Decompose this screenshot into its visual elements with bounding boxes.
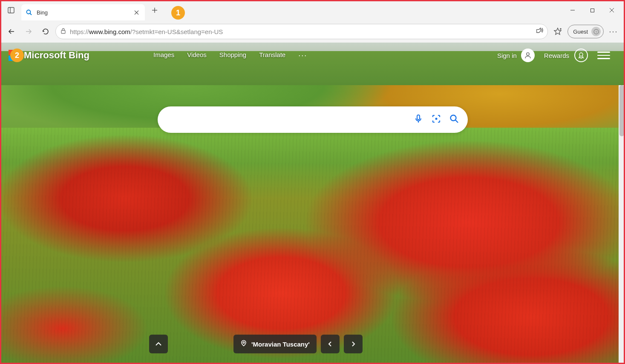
tab-bar: Bing bbox=[0, 0, 625, 20]
search-icon[interactable] bbox=[449, 114, 459, 126]
bing-header: Microsoft Bing Images Videos Shopping Tr… bbox=[0, 43, 619, 68]
url-text: https://www.bing.com/?setmkt=en-US&setla… bbox=[70, 28, 532, 35]
svg-line-3 bbox=[30, 14, 32, 15]
search-input[interactable] bbox=[166, 106, 413, 133]
forward-button[interactable] bbox=[21, 24, 36, 39]
profile-button[interactable]: Guest ? bbox=[567, 25, 604, 38]
nav-links: Images Videos Shopping Translate ··· bbox=[153, 51, 307, 60]
lock-icon bbox=[60, 28, 66, 36]
nav-images[interactable]: Images bbox=[153, 51, 174, 60]
read-aloud-icon[interactable] bbox=[536, 27, 543, 36]
image-caption[interactable]: 'Moravian Tuscany' bbox=[233, 335, 317, 353]
window-controls bbox=[563, 3, 622, 17]
rewards-button[interactable]: Rewards bbox=[544, 49, 588, 62]
nav-translate[interactable]: Translate bbox=[259, 51, 285, 60]
signin-label: Sign in bbox=[497, 52, 517, 59]
vertical-scrollbar[interactable] bbox=[619, 85, 625, 364]
guest-avatar-icon: ? bbox=[591, 27, 601, 36]
svg-rect-0 bbox=[8, 8, 14, 13]
tab-actions-icon[interactable] bbox=[3, 3, 19, 18]
close-tab-icon[interactable] bbox=[132, 8, 141, 17]
image-info-bar: 'Moravian Tuscany' bbox=[233, 335, 363, 353]
nav-shopping[interactable]: Shopping bbox=[219, 51, 246, 60]
scrollbar-thumb[interactable] bbox=[619, 85, 624, 136]
person-icon bbox=[521, 49, 535, 62]
back-button[interactable] bbox=[4, 24, 19, 39]
page-content: Microsoft Bing Images Videos Shopping Tr… bbox=[0, 43, 625, 364]
visual-search-icon[interactable] bbox=[431, 114, 441, 126]
svg-point-20 bbox=[527, 53, 529, 55]
svg-rect-14 bbox=[61, 30, 65, 33]
rewards-label: Rewards bbox=[544, 52, 569, 59]
browser-tab[interactable]: Bing bbox=[21, 4, 145, 20]
hero-background bbox=[0, 43, 625, 364]
favorites-button[interactable] bbox=[550, 24, 565, 39]
logo-text: Microsoft Bing bbox=[24, 50, 89, 61]
nav-more-icon[interactable]: ··· bbox=[298, 51, 307, 60]
voice-search-icon[interactable] bbox=[413, 114, 423, 126]
guest-label: Guest bbox=[573, 29, 588, 35]
signin-button[interactable]: Sign in bbox=[497, 49, 535, 62]
header-right: Sign in Rewards bbox=[497, 49, 610, 62]
annotation-badge-1: 1 bbox=[171, 6, 185, 20]
browser-chrome: Bing https://www.bing.com/?setmkt bbox=[0, 0, 625, 43]
expand-up-button[interactable] bbox=[149, 335, 168, 353]
svg-line-26 bbox=[455, 120, 458, 123]
location-pin-icon bbox=[240, 340, 247, 348]
prev-image-button[interactable] bbox=[321, 335, 340, 353]
annotation-badge-2: 2 bbox=[10, 49, 24, 62]
minimize-button[interactable] bbox=[563, 3, 582, 17]
svg-point-25 bbox=[450, 115, 456, 121]
url-field[interactable]: https://www.bing.com/?setmkt=en-US&setla… bbox=[55, 24, 548, 39]
svg-point-24 bbox=[435, 118, 437, 120]
hamburger-menu-icon[interactable] bbox=[597, 49, 610, 62]
svg-text:?: ? bbox=[595, 30, 597, 34]
close-window-button[interactable] bbox=[602, 3, 622, 17]
maximize-button[interactable] bbox=[582, 3, 602, 17]
search-box bbox=[158, 106, 468, 133]
refresh-button[interactable] bbox=[38, 24, 53, 39]
medal-icon bbox=[574, 49, 588, 62]
next-image-button[interactable] bbox=[344, 335, 363, 353]
bing-favicon-icon bbox=[26, 9, 32, 16]
settings-more-button[interactable]: ··· bbox=[606, 24, 621, 39]
svg-point-27 bbox=[243, 342, 245, 344]
svg-rect-9 bbox=[590, 9, 594, 12]
nav-videos[interactable]: Videos bbox=[187, 51, 207, 60]
address-bar: https://www.bing.com/?setmkt=en-US&setla… bbox=[0, 20, 625, 43]
tab-title: Bing bbox=[37, 9, 132, 16]
caption-text: 'Moravian Tuscany' bbox=[251, 341, 310, 348]
svg-point-21 bbox=[579, 53, 583, 56]
new-tab-button[interactable] bbox=[147, 3, 162, 17]
svg-point-2 bbox=[27, 10, 31, 14]
svg-rect-22 bbox=[417, 115, 420, 120]
